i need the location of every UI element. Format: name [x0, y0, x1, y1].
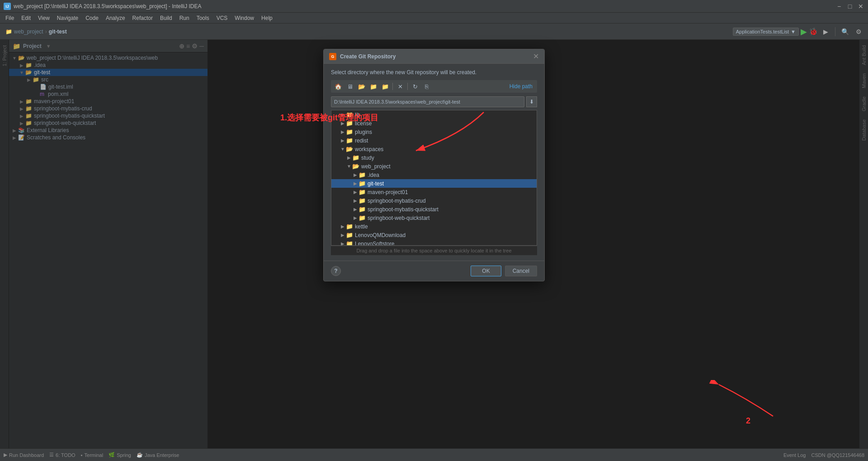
- menu-help[interactable]: Help: [258, 14, 276, 22]
- path-expand-button[interactable]: ⬇: [526, 96, 537, 107]
- dropdown-arrow-icon: ▼: [791, 29, 796, 34]
- search-button[interactable]: 🔍: [839, 26, 851, 38]
- ft-item-lenovo-qm[interactable]: ▶ 📁 LenovoQMDownload: [331, 231, 537, 239]
- folder-open-icon: 📂: [352, 163, 359, 170]
- new-folder-button[interactable]: 📁: [368, 81, 379, 91]
- menu-run[interactable]: Run: [176, 14, 193, 22]
- ft-item-mybatis-crud[interactable]: ▶ 📁 springboot-mybatis-crud: [331, 196, 537, 205]
- menu-edit[interactable]: Edit: [18, 14, 34, 22]
- run-controls: ApplicationTests.testList ▼ ▶ 🐞 ▶ 🔍 ⚙: [733, 26, 864, 38]
- folder-icon: 📁: [359, 171, 366, 178]
- menu-window[interactable]: Window: [231, 14, 258, 22]
- folder-icon: 📁: [346, 232, 353, 238]
- menu-refactor[interactable]: Refactor: [129, 14, 156, 22]
- open-folder-button[interactable]: 📂: [356, 81, 367, 91]
- ft-item-lenovo-softstore[interactable]: ▶ 📁 LenovoSoftstore: [331, 239, 537, 246]
- folder-icon: 📁: [359, 206, 366, 213]
- new-folder-alt-button[interactable]: 📁: [380, 81, 391, 91]
- settings-button[interactable]: ⚙: [853, 26, 864, 38]
- menu-file[interactable]: File: [2, 14, 18, 22]
- spring-label: Spring: [117, 452, 131, 458]
- menu-build[interactable]: Build: [156, 14, 176, 22]
- ft-item-mybatis-quickstart[interactable]: ▶ 📁 springboot-mybatis-quickstart: [331, 205, 537, 214]
- ft-item-workspaces[interactable]: ▼ 📂 workspaces: [331, 145, 537, 153]
- dialog-body: Select directory where the new Git repos…: [324, 64, 544, 261]
- breadcrumb: 📁 web_project › git-test: [5, 29, 67, 35]
- breadcrumb-module[interactable]: git-test: [49, 29, 67, 35]
- ft-item-web-project[interactable]: ▼ 📂 web_project: [331, 162, 537, 171]
- ft-item-git-test[interactable]: ▶ 📁 git-test: [331, 179, 537, 188]
- ft-item-kettle[interactable]: ▶ 📁 kettle: [331, 222, 537, 231]
- ft-arrow: ▶: [340, 233, 346, 238]
- ft-label: redist: [355, 138, 368, 144]
- ft-arrow: ▼: [340, 147, 346, 152]
- ft-item-license[interactable]: ▶ 📁 license: [331, 119, 537, 128]
- ft-arrow: ▶: [340, 224, 346, 229]
- home-button[interactable]: 🏠: [333, 81, 344, 91]
- file-tree[interactable]: ▶ 📁 lib ▶ 📁 license ▶ 📁 plugins: [331, 110, 537, 246]
- ft-arrow: ▶: [352, 181, 359, 186]
- debug-button[interactable]: 🐞: [809, 27, 818, 36]
- menu-vcs[interactable]: VCS: [213, 14, 231, 22]
- folder-open-icon: 📂: [346, 146, 353, 152]
- ft-label: license: [355, 120, 372, 127]
- ft-item-idea[interactable]: ▶ 📁 .idea: [331, 171, 537, 179]
- ft-arrow: ▶: [352, 198, 359, 203]
- status-bar: ▶ Run Dashboard ☰ 6: TODO ▪ Terminal 🌿 S…: [0, 448, 868, 461]
- ft-item-lib[interactable]: ▶ 📁 lib: [331, 110, 537, 119]
- folder-icon: 📁: [346, 137, 353, 144]
- maximize-button[interactable]: □: [846, 3, 854, 10]
- ft-arrow: ▶: [340, 129, 346, 134]
- run-config-dropdown[interactable]: ApplicationTests.testList ▼: [733, 28, 799, 36]
- refresh-button[interactable]: ↻: [410, 81, 420, 91]
- coverage-button[interactable]: ▶: [820, 26, 831, 38]
- folder-icon: 📁: [346, 128, 353, 135]
- ft-arrow: ▼: [346, 164, 352, 169]
- java-enterprise-icon: ☕: [137, 452, 143, 458]
- annotation-step2: 2: [746, 416, 750, 426]
- copy-path-button[interactable]: ⎘: [421, 81, 432, 91]
- ft-label: kettle: [355, 223, 368, 230]
- minimize-button[interactable]: −: [835, 3, 843, 10]
- run-button[interactable]: ▶: [801, 27, 807, 37]
- java-enterprise-status[interactable]: ☕ Java Enterprise: [137, 452, 179, 458]
- annotation-arrow-2: [692, 380, 782, 425]
- toolbar-separator: [835, 27, 835, 36]
- ok-button[interactable]: OK: [471, 266, 501, 276]
- copyright-label: CSDN @QQ121546468: [811, 452, 864, 458]
- ft-label: maven-project01: [368, 189, 408, 195]
- ft-item-study[interactable]: ▶ 📁 study: [331, 153, 537, 162]
- spring-status[interactable]: 🌿 Spring: [108, 452, 131, 458]
- window-title: web_project [D:\IntelliJ IDEA 2018.3.5\w…: [14, 3, 202, 10]
- ft-item-maven-project01[interactable]: ▶ 📁 maven-project01: [331, 188, 537, 196]
- ft-item-plugins[interactable]: ▶ 📁 plugins: [331, 128, 537, 136]
- hide-path-button[interactable]: Hide path: [507, 82, 535, 90]
- breadcrumb-project[interactable]: web_project: [14, 29, 43, 35]
- help-button[interactable]: ?: [331, 266, 341, 276]
- terminal-status[interactable]: ▪ Terminal: [81, 452, 103, 458]
- menu-view[interactable]: View: [34, 14, 53, 22]
- ft-item-redist[interactable]: ▶ 📁 redist: [331, 136, 537, 145]
- desktop-button[interactable]: 🖥: [344, 81, 355, 91]
- cancel-button[interactable]: Cancel: [505, 266, 537, 276]
- dialog-close-button[interactable]: ✕: [533, 52, 539, 61]
- close-button[interactable]: ✕: [857, 3, 864, 10]
- menu-navigate[interactable]: Navigate: [53, 14, 82, 22]
- ft-label: LenovoQMDownload: [355, 232, 406, 238]
- run-dashboard-status[interactable]: ▶ Run Dashboard: [4, 452, 44, 458]
- ft-item-web-quickstart[interactable]: ▶ 📁 springboot-web-quickstart: [331, 214, 537, 222]
- ft-label: plugins: [355, 129, 372, 135]
- path-input[interactable]: [331, 96, 524, 107]
- git-icon: G: [329, 53, 336, 60]
- toolbar-separator: [392, 83, 393, 90]
- toolbar-separator-2: [407, 83, 408, 90]
- menu-analyze[interactable]: Analyze: [102, 14, 129, 22]
- delete-button[interactable]: ✕: [395, 81, 406, 91]
- ft-arrow: ▶: [340, 112, 346, 117]
- folder-icon: 📁: [359, 189, 366, 195]
- event-log-status[interactable]: Event Log: [783, 452, 806, 458]
- todo-status[interactable]: ☰ 6: TODO: [49, 452, 75, 458]
- menu-code[interactable]: Code: [82, 14, 102, 22]
- menu-tools[interactable]: Tools: [193, 14, 213, 22]
- run-config-label: ApplicationTests.testList: [736, 29, 789, 34]
